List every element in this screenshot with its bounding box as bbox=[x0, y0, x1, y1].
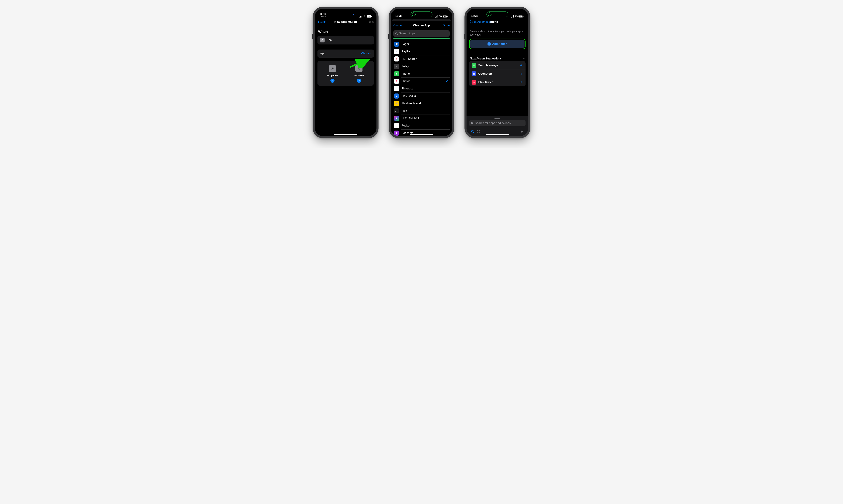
suggestions-header[interactable]: Next Action Suggestions bbox=[470, 57, 525, 60]
home-indicator[interactable] bbox=[334, 134, 357, 135]
app-name: Play Books bbox=[401, 94, 449, 98]
chevron-down-icon bbox=[522, 57, 525, 60]
app-name: Pocket bbox=[401, 124, 449, 127]
nav-bar: Cancel Choose App Done bbox=[391, 21, 452, 29]
battery-icon: 91 bbox=[518, 15, 523, 18]
app-name: Playtime Island bbox=[401, 102, 449, 105]
option-is-opened[interactable]: Is Opened bbox=[320, 65, 344, 83]
search-apps-input[interactable]: Search Apps bbox=[393, 30, 450, 37]
suggestion-row[interactable]: ♫Play Music+ bbox=[469, 78, 526, 86]
app-row[interactable]: ••Petey bbox=[393, 63, 450, 70]
app-name: PayPal bbox=[401, 50, 449, 53]
suggestions-list: ✉Send Message+▣Open App+♫Play Music+ bbox=[469, 61, 526, 86]
app-name: Pinterest bbox=[401, 87, 449, 90]
phone-mockup-3: 15:33 4G 91 Edit Automation Actions Crea… bbox=[464, 7, 530, 138]
undo-button[interactable] bbox=[470, 129, 476, 134]
search-icon bbox=[471, 122, 474, 125]
dynamic-island bbox=[486, 12, 508, 17]
status-time: 15:36 bbox=[395, 15, 402, 18]
app-icon: ✆ bbox=[394, 71, 399, 76]
home-indicator[interactable] bbox=[486, 134, 509, 135]
option-is-closed[interactable]: Is Closed bbox=[347, 65, 371, 83]
add-action-button[interactable]: + Add Action bbox=[470, 40, 524, 48]
suggestion-name: Send Message bbox=[478, 64, 517, 67]
add-suggestion-button[interactable]: + bbox=[519, 71, 523, 76]
svg-line-4 bbox=[472, 124, 473, 124]
suggestion-icon: ♫ bbox=[471, 80, 476, 85]
app-row[interactable]: 💬Pager bbox=[393, 40, 450, 48]
add-suggestion-button[interactable]: + bbox=[519, 63, 523, 68]
cancel-button[interactable]: Cancel bbox=[393, 24, 410, 27]
signal-icon bbox=[435, 15, 438, 18]
app-name: Photos bbox=[401, 79, 443, 83]
app-icon: •• bbox=[394, 64, 399, 69]
app-row[interactable]: ✆Phone bbox=[393, 70, 450, 77]
app-icon: plex bbox=[394, 108, 399, 113]
dynamic-island bbox=[336, 12, 356, 17]
app-row[interactable]: ✦PLOTAVERSE bbox=[393, 114, 450, 122]
annotation-highlight: + Add Action bbox=[469, 39, 526, 49]
app-row[interactable]: ◉Podcasts bbox=[393, 129, 450, 136]
screen-choose-app: 15:36 5G 90 Cancel Choose App Done Searc… bbox=[391, 9, 452, 136]
app-icon: P bbox=[394, 49, 399, 54]
app-row[interactable]: plexPlex bbox=[393, 107, 450, 114]
open-arrow-icon bbox=[329, 65, 336, 72]
phone-mockup-1: 12:14 Search 100 Back New Automation Nex bbox=[313, 7, 379, 138]
add-suggestion-button[interactable]: + bbox=[519, 80, 523, 85]
battery-icon: 90 bbox=[443, 15, 448, 18]
app-row[interactable]: ◎PDF Search bbox=[393, 55, 450, 63]
app-name: PLOTAVERSE bbox=[401, 116, 449, 120]
app-name: PDF Search bbox=[401, 57, 449, 61]
app-list[interactable]: 💬PagerPPayPal◎PDF Search••Petey✆Phone✿Ph… bbox=[391, 38, 452, 136]
status-time: 12:14 bbox=[320, 13, 326, 16]
nav-bar: Back New Automation Next bbox=[315, 18, 377, 26]
nav-title: Actions bbox=[487, 20, 498, 23]
next-button[interactable]: Next bbox=[358, 20, 374, 23]
checkmark-icon bbox=[330, 79, 334, 83]
search-icon bbox=[395, 32, 398, 35]
suggestion-row[interactable]: ✉Send Message+ bbox=[469, 61, 526, 70]
sheet-handle[interactable] bbox=[494, 118, 500, 119]
back-button[interactable]: Back bbox=[317, 20, 334, 23]
choose-button[interactable]: Choose bbox=[361, 52, 371, 55]
app-row[interactable]: PPayPal bbox=[393, 48, 450, 55]
app-icon: ⌄ bbox=[394, 123, 399, 128]
wifi-icon bbox=[363, 15, 366, 18]
app-name: Petey bbox=[401, 65, 449, 68]
network-label: 5G bbox=[439, 15, 442, 18]
network-label: 4G bbox=[515, 15, 518, 18]
app-icon: ◎ bbox=[394, 56, 399, 61]
phone-mockup-2: 15:36 5G 90 Cancel Choose App Done Searc… bbox=[389, 7, 454, 138]
suggestion-name: Play Music bbox=[478, 80, 517, 84]
app-row[interactable]: ✿Photos bbox=[393, 77, 450, 85]
battery-icon: 100 bbox=[367, 15, 372, 18]
intro-text: Create a shortcut to actions you do in y… bbox=[469, 30, 525, 37]
nav-bar: Edit Automation Actions bbox=[466, 18, 528, 26]
app-row[interactable]: 🐵Playtime Island bbox=[393, 100, 450, 107]
done-button[interactable]: Done bbox=[433, 24, 450, 27]
app-choose-row[interactable]: App Choose bbox=[317, 50, 374, 58]
suggestion-name: Open App bbox=[478, 72, 517, 75]
svg-line-2 bbox=[397, 34, 397, 35]
checkmark-icon bbox=[357, 79, 361, 83]
status-time: 15:33 bbox=[471, 15, 478, 18]
app-row[interactable]: ⌄Pocket bbox=[393, 122, 450, 129]
app-name: Plex bbox=[401, 109, 449, 112]
nav-title: Choose App bbox=[413, 24, 430, 27]
app-row[interactable]: ▶Play Books bbox=[393, 92, 450, 100]
app-row[interactable]: PPinterest bbox=[393, 85, 450, 92]
redo-button[interactable] bbox=[476, 129, 481, 134]
screen-new-automation: 12:14 Search 100 Back New Automation Nex bbox=[315, 9, 377, 136]
play-button[interactable] bbox=[519, 129, 525, 134]
app-name: Pager bbox=[401, 42, 449, 46]
suggestion-row[interactable]: ▣Open App+ bbox=[469, 70, 526, 78]
when-header: When bbox=[318, 30, 374, 34]
status-breadcrumb[interactable]: Search bbox=[320, 16, 326, 18]
app-trigger-label: App bbox=[327, 38, 332, 42]
search-actions-input[interactable]: Search for apps and actions bbox=[469, 120, 526, 126]
home-indicator[interactable] bbox=[410, 134, 433, 135]
app-trigger-cell[interactable]: App bbox=[317, 36, 374, 44]
open-arrow-icon bbox=[320, 38, 325, 42]
app-icon: P bbox=[394, 86, 399, 91]
screen-actions: 15:33 4G 91 Edit Automation Actions Crea… bbox=[466, 9, 528, 136]
